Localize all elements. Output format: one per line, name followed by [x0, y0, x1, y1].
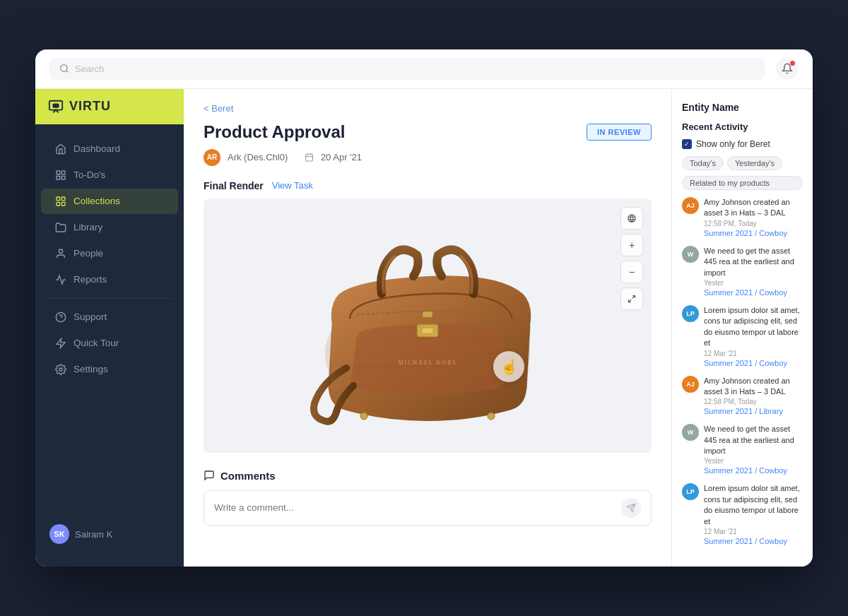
activity-meta: Yester [704, 279, 803, 287]
sidebar-item-label: Library [73, 222, 102, 232]
sidebar-item-collections[interactable]: Collections [41, 189, 178, 214]
zoom-out-button[interactable]: − [620, 261, 643, 283]
svg-point-22 [360, 413, 367, 420]
sidebar-item-label: To-Do's [73, 170, 105, 180]
view-task-link[interactable]: View Task [272, 180, 313, 191]
activity-item: AJ Amy Johnson created an asset 3 in Hat… [682, 376, 803, 416]
360-view-button[interactable] [620, 207, 643, 230]
sidebar-item-label: Support [73, 312, 107, 322]
image-viewer: MICHAEL KORS [204, 199, 652, 453]
svg-rect-10 [57, 202, 60, 206]
svg-rect-16 [306, 155, 313, 162]
sidebar-item-todos[interactable]: To-Do's [41, 162, 178, 188]
sidebar-nav: Dashboard To-Do's Collections Library [35, 124, 184, 513]
main-content: Beret Product Approval IN REVIEW AR Ark … [184, 89, 671, 567]
activity-item: W We need to get the asset 445 rea at th… [682, 246, 803, 297]
list-icon [55, 170, 66, 181]
svg-point-11 [59, 249, 62, 253]
user-profile[interactable]: SK Sairam K [44, 519, 175, 550]
filter-tab-today[interactable]: Today's [682, 156, 724, 170]
sidebar-item-settings[interactable]: Settings [41, 357, 178, 382]
sidebar-item-quicktour[interactable]: Quick Tour [41, 331, 178, 356]
page-title: Product Approval [204, 122, 345, 142]
svg-rect-3 [57, 171, 60, 174]
activity-item: W We need to get the asset 445 rea at th… [682, 424, 803, 475]
activity-text: We need to get the asset 445 rea at the … [704, 246, 803, 278]
activity-text: We need to get the asset 445 rea at the … [704, 424, 803, 456]
home-icon [55, 143, 66, 155]
activity-item: LP Lorem ipsum dolor sit amet, cons tur … [682, 483, 803, 545]
comment-icon [204, 470, 215, 481]
recent-activity-title: Recent Activity [682, 122, 803, 132]
activity-avatar: AJ [682, 197, 699, 214]
grid-icon [55, 196, 66, 207]
svg-rect-2 [53, 104, 58, 107]
activity-link[interactable]: Summer 2021 / Cowboy [704, 359, 803, 367]
sidebar-item-dashboard[interactable]: Dashboard [41, 136, 178, 162]
svg-rect-7 [57, 197, 60, 201]
comment-input[interactable] [214, 502, 621, 513]
comment-input-row [204, 490, 652, 526]
activity-avatar: W [682, 246, 699, 263]
breadcrumb[interactable]: Beret [204, 103, 652, 114]
show-only-label: Show only for Beret [696, 139, 770, 149]
activity-link[interactable]: Summer 2021 / Cowboy [704, 537, 803, 545]
sidebar-item-reports[interactable]: Reports [41, 267, 178, 292]
sidebar-item-label: Reports [73, 274, 107, 285]
comments-title: Comments [220, 470, 276, 482]
activity-link[interactable]: Summer 2021 / Cowboy [704, 288, 803, 297]
sidebar-item-label: Quick Tour [73, 338, 119, 348]
svg-rect-4 [61, 171, 65, 174]
page-header: Product Approval IN REVIEW [204, 122, 652, 142]
notification-button[interactable] [776, 57, 799, 80]
zoom-in-button[interactable]: + [620, 234, 643, 256]
sidebar-bottom: SK Sairam K [35, 513, 184, 555]
entity-name: Entity Name [682, 102, 803, 113]
sidebar-divider [47, 298, 172, 299]
hand-cursor: ☝ [493, 351, 524, 382]
filter-tab-yesterday[interactable]: Yesterday's [727, 156, 782, 170]
comment-submit-button[interactable] [621, 498, 641, 518]
activity-avatar: W [682, 424, 699, 441]
user-name: Sairam K [75, 529, 112, 540]
bag-image: MICHAEL KORS [204, 199, 652, 453]
status-badge: IN REVIEW [587, 124, 652, 141]
svg-marker-14 [57, 338, 65, 348]
support-icon [55, 312, 66, 323]
show-only-checkbox[interactable] [682, 139, 692, 149]
gear-icon [55, 364, 66, 375]
calendar-icon [305, 153, 314, 162]
sidebar-item-people[interactable]: People [41, 241, 178, 266]
comments-header: Comments [204, 470, 652, 482]
activity-link[interactable]: Summer 2021 / Library [704, 407, 803, 415]
svg-rect-9 [61, 202, 65, 206]
activity-link[interactable]: Summer 2021 / Cowboy [704, 466, 803, 475]
activity-avatar: LP [682, 483, 699, 500]
author-name: Ark (Des.Chl0) [228, 152, 288, 162]
filter-tab-related[interactable]: Related to my products [682, 176, 803, 190]
sidebar-item-label: Collections [73, 196, 120, 206]
activity-item: LP Lorem ipsum dolor sit amet, cons tur … [682, 305, 803, 367]
svg-rect-6 [57, 176, 60, 179]
svg-rect-5 [61, 176, 65, 179]
viewer-controls: + − [620, 207, 643, 310]
logo: VIRTU [35, 89, 184, 124]
user-icon [55, 248, 66, 259]
activity-text: Lorem ipsum dolor sit amet, cons tur adi… [704, 305, 803, 349]
fullscreen-button[interactable] [620, 288, 643, 310]
page-date: 20 Apr '21 [321, 152, 362, 162]
sidebar-item-label: Settings [73, 364, 108, 374]
svg-text:MICHAEL KORS: MICHAEL KORS [398, 360, 457, 366]
activity-meta: 12:58 PM, Today [704, 398, 803, 405]
activity-meta: 12 Mar '21 [704, 528, 803, 535]
activity-text: Amy Johnson created an asset 3 in Hats –… [704, 197, 803, 219]
activity-link[interactable]: Summer 2021 / Cowboy [704, 229, 803, 237]
send-icon [626, 503, 636, 513]
sidebar-item-support[interactable]: Support [41, 304, 178, 330]
section-label: Final Render View Task [204, 180, 652, 191]
sidebar-item-library[interactable]: Library [41, 215, 178, 240]
activity-avatar: LP [682, 305, 699, 322]
chart-icon [55, 274, 66, 285]
activity-meta: 12:58 PM, Today [704, 220, 803, 227]
search-bar[interactable]: Search [49, 58, 765, 80]
